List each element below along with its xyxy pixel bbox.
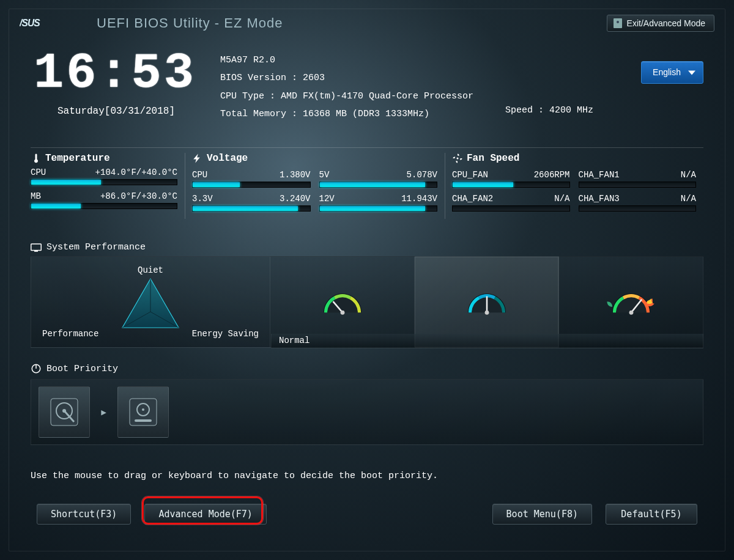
fan-right-1-row: CHA_FAN3N/A: [579, 194, 697, 204]
fan-left-1-row: CHA_FAN2N/A: [452, 194, 570, 204]
boot-hint-text: Use the mouse to drag or keyboard to nav…: [31, 471, 703, 481]
fan-left-0-value: 2606RPM: [534, 170, 570, 180]
fan-left-1-label: CHA_FAN2: [452, 194, 493, 204]
voltage-left-0-row: CPU1.380V: [192, 170, 311, 180]
boot-menu-button[interactable]: Boot Menu(F8): [492, 504, 592, 525]
performance-mode-caption: Normal: [271, 334, 703, 348]
boot-priority-title: Boot Priority: [46, 364, 118, 374]
fan-right-1-label: CHA_FAN3: [579, 194, 620, 204]
power-icon: [31, 363, 42, 374]
memory-label: Total Memory :: [220, 109, 303, 119]
voltage-right-0-value: 5.078V: [407, 170, 437, 180]
voltage-right-1-label: 12V: [319, 194, 335, 204]
svg-rect-3: [34, 250, 38, 251]
svg-text:/SUS: /SUS: [20, 18, 40, 28]
optical-drive-icon: [126, 395, 160, 429]
default-button[interactable]: Default(F5): [606, 504, 697, 525]
bios-version-value: 2603: [303, 73, 325, 83]
shortcut-button[interactable]: Shortcut(F3): [37, 504, 131, 525]
voltage-left-1-label: 3.3V: [192, 194, 213, 204]
temperature-0-bar: [31, 179, 177, 185]
bios-date: Saturday[03/31/2018]: [31, 106, 202, 117]
voltage-right-1-value: 11.943V: [401, 194, 437, 204]
cpu-speed-value: 4200 MHz: [549, 105, 593, 116]
svg-rect-23: [135, 419, 152, 422]
fan-right-1-value: N/A: [681, 194, 696, 204]
voltage-right-0-row: 5V5.078V: [319, 170, 438, 180]
svg-point-22: [142, 408, 144, 411]
highlight-annotation: [142, 496, 263, 525]
gauge-icon: [316, 281, 369, 323]
fan-left-0-bar: [452, 182, 570, 188]
temperature-1-row: MB+86.0°F/+30.0°C: [31, 191, 177, 201]
page-title: UEFI BIOS Utility - EZ Mode: [97, 15, 283, 31]
svg-point-9: [340, 311, 344, 315]
gauge-icon: [605, 281, 658, 323]
bios-clock: 16:53: [28, 45, 202, 102]
fan-left-0-row: CPU_FAN2606RPM: [452, 170, 570, 180]
voltage-title: Voltage: [207, 153, 248, 164]
exit-button-label: Exit/Advanced Mode: [627, 18, 705, 28]
temperature-1-label: MB: [31, 191, 41, 201]
fan-right-0-bar: [579, 182, 697, 188]
cpu-type-label: CPU Type :: [220, 91, 281, 101]
temperature-1-bar: [31, 203, 177, 209]
fan-panel: Fan Speed CPU_FAN2606RPMCHA_FAN2N/A CHA_…: [445, 153, 703, 218]
svg-point-11: [484, 311, 489, 315]
voltage-left-0-label: CPU: [192, 170, 207, 180]
voltage-left-0-value: 1.380V: [280, 170, 310, 180]
hdd-icon: [47, 395, 81, 429]
cpu-speed-label: Speed :: [505, 105, 549, 116]
voltage-left-1-bar: [192, 205, 311, 212]
voltage-right-0-bar: [319, 182, 438, 188]
asus-logo: /SUS: [20, 15, 87, 32]
language-value: English: [653, 67, 681, 77]
fan-icon: [452, 153, 463, 164]
bolt-icon: [192, 153, 203, 164]
svg-point-13: [629, 311, 633, 315]
voltage-right-1-row: 12V11.943V: [319, 194, 438, 204]
svg-point-1: [457, 158, 459, 160]
exit-advanced-mode-button[interactable]: Exit/Advanced Mode: [607, 15, 714, 32]
boot-device-hdd[interactable]: [39, 386, 90, 438]
board-model: M5A97 R2.0: [220, 51, 703, 69]
svg-rect-2: [31, 244, 42, 251]
temperature-title: Temperature: [45, 153, 110, 164]
bios-version-label: BIOS Version :: [220, 73, 303, 83]
performance-triangle[interactable]: Quiet Performance Energy Saving: [31, 256, 270, 348]
boot-tray[interactable]: ▸: [31, 379, 703, 445]
fan-right-1-bar: [579, 205, 697, 212]
boot-device-optical[interactable]: [117, 386, 169, 438]
system-performance-title: System Performance: [46, 242, 146, 252]
fan-left-1-bar: [452, 205, 570, 212]
voltage-left-1-value: 3.240V: [280, 194, 310, 204]
temperature-1-value: +86.0°F/+30.0°C: [100, 191, 177, 201]
gauge-icon: [461, 281, 513, 323]
memory-value: 16368 MB (DDR3 1333MHz): [303, 109, 429, 119]
thermometer-icon: [31, 153, 42, 164]
temperature-panel: Temperature CPU+104.0°F/+40.0°CMB+86.0°F…: [31, 153, 185, 218]
fan-right-0-value: N/A: [681, 170, 696, 180]
performance-label: Performance: [42, 329, 98, 339]
voltage-right-0-label: 5V: [319, 170, 330, 180]
voltage-right-1-bar: [319, 205, 438, 212]
fan-right-0-row: CHA_FAN1N/A: [579, 170, 697, 180]
voltage-left-0-bar: [192, 182, 311, 188]
exit-icon: [614, 18, 622, 28]
fan-left-0-label: CPU_FAN: [452, 170, 488, 180]
language-select[interactable]: English: [641, 61, 703, 84]
energy-label: Energy Saving: [192, 329, 259, 339]
voltage-left-1-row: 3.3V3.240V: [192, 194, 311, 204]
chevron-right-icon: ▸: [100, 404, 108, 421]
temperature-0-label: CPU: [31, 168, 46, 177]
fan-right-0-label: CHA_FAN1: [579, 170, 620, 180]
temperature-0-row: CPU+104.0°F/+40.0°C: [31, 168, 177, 177]
fan-left-1-value: N/A: [554, 194, 569, 204]
quiet-label: Quiet: [138, 265, 163, 275]
voltage-panel: Voltage CPU1.380V3.3V3.240V 5V5.078V12V1…: [185, 153, 445, 218]
temperature-0-value: +104.0°F/+40.0°C: [95, 168, 177, 177]
performance-icon: [31, 243, 42, 252]
cpu-type-value: AMD FX(tm)-4170 Quad-Core Processor: [281, 91, 473, 101]
triangle-icon: [120, 276, 181, 331]
fan-title: Fan Speed: [467, 153, 519, 164]
